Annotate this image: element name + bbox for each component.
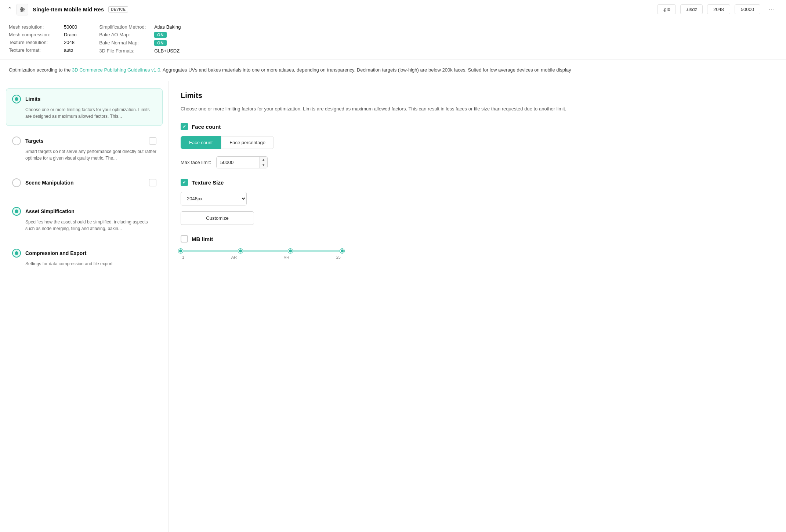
slider-dot-vr[interactable]: [288, 249, 293, 253]
compression-export-desc: Settings for data compression and file e…: [12, 260, 156, 267]
mb-limit-checkbox[interactable]: [181, 235, 188, 243]
targets-toggle[interactable]: [149, 137, 156, 145]
texture-size-section: Texture Size 512px 1024px 2048px 4096px …: [181, 179, 774, 225]
texture-size-select-wrapper: 512px 1024px 2048px 4096px: [181, 192, 247, 205]
device-badge: DEVICE: [108, 6, 128, 12]
format-usdz[interactable]: .usdz: [680, 4, 703, 14]
slider-track-fill: [181, 250, 342, 252]
customize-button[interactable]: Customize: [181, 211, 254, 225]
slider-label-25: 25: [336, 255, 341, 259]
guidelines-link[interactable]: 3D Commerce Publishing Guidelines v1.0: [72, 67, 160, 73]
sidebar-item-limits[interactable]: Limits Choose one or more limiting facto…: [6, 88, 163, 126]
format-glb[interactable]: .glb: [657, 4, 676, 14]
sidebar-item-compression-export[interactable]: Compression and Export Settings for data…: [6, 243, 163, 273]
description-band: Optimization according to the 3D Commerc…: [0, 60, 786, 81]
bake-ao-badge: ON: [154, 32, 167, 38]
scene-manipulation-title: Scene Manipulation: [25, 180, 145, 186]
max-face-arrows: ▲ ▼: [259, 157, 267, 168]
face-count-pill[interactable]: 50000: [735, 4, 760, 14]
main-layout: Limits Choose one or more limiting facto…: [0, 81, 786, 532]
simplification-label: Simplification Method:: [99, 24, 151, 30]
limits-desc: Choose one or more limiting factors for …: [12, 106, 156, 120]
content-description: Choose one or more limiting factors for …: [181, 105, 774, 113]
more-options-button[interactable]: ⋯: [765, 4, 779, 15]
sidebar-item-scene-manipulation[interactable]: Scene Manipulation: [6, 172, 163, 196]
svg-point-5: [21, 10, 22, 12]
slider-label-ar: AR: [231, 255, 237, 259]
texture-resolution-value: 2048: [64, 40, 75, 45]
simplification-value: Atlas Baking: [154, 24, 181, 30]
slider-dot-1[interactable]: [178, 249, 183, 253]
sidebar-item-asset-simplification[interactable]: Asset Simplification Specifies how the a…: [6, 201, 163, 238]
description-suffix: . Aggregates UVs and bakes materials int…: [160, 67, 571, 73]
sidebar-item-targets[interactable]: Targets Smart targets do not serve any p…: [6, 130, 163, 168]
chevron-up-icon[interactable]: ⌃: [7, 6, 12, 13]
content-title: Limits: [181, 91, 774, 100]
mesh-resolution-label: Mesh resolution:: [9, 24, 60, 30]
svg-point-4: [22, 9, 24, 10]
asset-simplification-circle-icon: [12, 207, 21, 216]
info-col-right: Simplification Method: Atlas Baking Bake…: [99, 24, 181, 54]
mb-limit-section-title: MB limit: [192, 236, 213, 242]
max-face-up-arrow[interactable]: ▲: [260, 157, 267, 163]
mb-limit-section: MB limit 1 AR VR 25: [181, 235, 774, 259]
scene-manipulation-circle-icon: [12, 178, 21, 187]
texture-size-select[interactable]: 512px 1024px 2048px 4096px: [181, 192, 246, 205]
mesh-compression-label: Mesh compression:: [9, 32, 60, 37]
targets-circle-icon: [12, 136, 21, 145]
preset-title: Single-Item Mobile Mid Res: [33, 6, 104, 12]
texture-size-checkbox[interactable]: [181, 179, 188, 186]
max-face-input-group: ▲ ▼: [216, 156, 268, 168]
bake-ao-label: Bake AO Map:: [99, 32, 151, 38]
texture-resolution-label: Texture resolution:: [9, 40, 60, 45]
texture-resolution-pill[interactable]: 2048: [707, 4, 730, 14]
targets-title: Targets: [25, 138, 145, 144]
content-panel: Limits Choose one or more limiting facto…: [169, 81, 786, 532]
mesh-resolution-value: 50000: [64, 24, 77, 30]
header-bar: ⌃ Single-Item Mobile Mid Res DEVICE .glb…: [0, 0, 786, 19]
settings-icon-box: [17, 4, 28, 15]
targets-desc: Smart targets do not serve any performan…: [12, 148, 156, 161]
slider-dot-ar[interactable]: [238, 249, 243, 253]
compression-export-circle-icon: [12, 249, 21, 258]
scene-manipulation-toggle[interactable]: [149, 179, 156, 186]
compression-export-title: Compression and Export: [25, 250, 156, 256]
sliders-icon: [19, 7, 25, 12]
mesh-compression-value: Draco: [64, 32, 77, 37]
max-face-down-arrow[interactable]: ▼: [260, 163, 267, 168]
bake-normal-label: Bake Normal Map:: [99, 40, 151, 46]
max-face-label: Max face limit:: [181, 160, 211, 165]
description-prefix: Optimization according to the: [9, 67, 72, 73]
slider-track[interactable]: [181, 250, 342, 252]
file-formats-value: GLB+USDZ: [154, 48, 180, 54]
face-count-section: Face count Face count Face percentage Ma…: [181, 123, 774, 168]
max-face-row: Max face limit: ▲ ▼: [181, 156, 774, 168]
svg-point-3: [21, 7, 22, 9]
texture-format-value: auto: [64, 47, 73, 53]
info-col-left: Mesh resolution: 50000 Mesh compression:…: [9, 24, 77, 53]
asset-simplification-title: Asset Simplification: [25, 208, 156, 214]
face-count-section-title: Face count: [192, 124, 221, 130]
slider-labels: 1 AR VR 25: [181, 255, 342, 259]
asset-simplification-desc: Specifies how the asset should be simpli…: [12, 219, 156, 232]
info-band: Mesh resolution: 50000 Mesh compression:…: [0, 19, 786, 60]
slider-label-vr: VR: [284, 255, 289, 259]
file-formats-label: 3D File Formats:: [99, 48, 151, 54]
slider-dot-25[interactable]: [340, 249, 344, 253]
texture-format-label: Texture format:: [9, 47, 60, 53]
face-percentage-button[interactable]: Face percentage: [221, 136, 274, 149]
bake-normal-badge: ON: [154, 40, 167, 46]
limits-title: Limits: [25, 96, 156, 102]
face-count-button[interactable]: Face count: [181, 136, 221, 149]
limits-circle-icon: [12, 95, 21, 103]
max-face-input[interactable]: [217, 157, 259, 168]
face-count-btn-group: Face count Face percentage: [181, 136, 774, 149]
sidebar: Limits Choose one or more limiting facto…: [0, 81, 169, 532]
face-count-checkbox[interactable]: [181, 123, 188, 130]
slider-label-1: 1: [182, 255, 184, 259]
mb-limit-slider-area: 1 AR VR 25: [181, 250, 342, 259]
texture-size-section-title: Texture Size: [192, 179, 224, 186]
